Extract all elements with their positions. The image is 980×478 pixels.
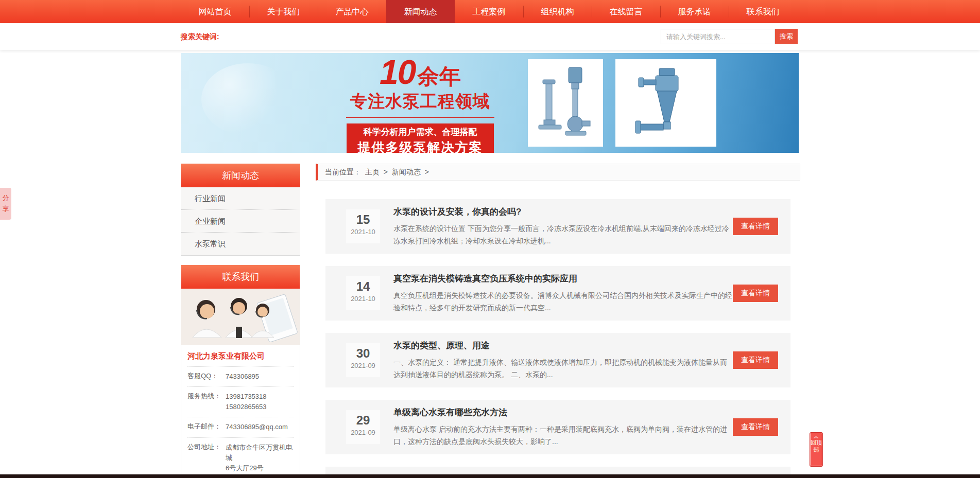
banner-text: 10 余年 专注水泵工程领域 科学分析用户需求、合理搭配 提供多级泵解决方案: [343, 55, 497, 153]
news-list-item: 15 2021-10 水泵的设计及安装，你真的会吗? 水泵在系统的设计位置 下面…: [325, 199, 790, 254]
nav-item-contact[interactable]: 联系我们: [729, 0, 797, 23]
email-label: 电子邮件：: [187, 422, 226, 432]
search-input[interactable]: [661, 29, 775, 44]
qq-value: 743306895: [226, 371, 294, 382]
news-excerpt: 真空负压机组是消失模铸造技术的必要设备。淄博众人机械有限公司结合国内外相关技术及…: [393, 289, 733, 314]
news-date-box: 29 2021-09: [346, 410, 380, 444]
menu-item-industry-news[interactable]: 行业新闻: [181, 187, 300, 210]
news-excerpt: 水泵在系统的设计位置 下面为您分享一般而言，冷冻水泵应设在冷水机组前端,从末端回…: [393, 222, 733, 247]
address-line-2: 6号大厅29号: [226, 463, 294, 473]
nav-item-cases[interactable]: 工程案例: [455, 0, 523, 23]
search-button[interactable]: 搜索: [775, 29, 798, 44]
news-title[interactable]: 真空泵在消失模铸造真空负压系统中的实际应用: [393, 273, 733, 285]
nav-item-organization[interactable]: 组织机构: [523, 0, 592, 23]
search-box: 搜索: [661, 29, 798, 44]
nav-item-message[interactable]: 在线留言: [592, 0, 660, 23]
search-keywords-label: 搜索关键词:: [181, 32, 219, 41]
news-text: 真空泵在消失模铸造真空负压系统中的实际应用 真空负压机组是消失模铸造技术的必要设…: [393, 273, 733, 314]
back-to-top-button[interactable]: ︽ 回顶部: [810, 432, 823, 467]
footer-top-edge: [0, 474, 980, 478]
news-date-box: 14 2021-10: [346, 276, 380, 310]
address-line-1: 成都市金牛区万贯机电城: [226, 442, 294, 463]
customer-service-illustration: [181, 289, 300, 345]
news-list-item: 14 2021-10 真空泵在消失模铸造真空负压系统中的实际应用 真空负压机组是…: [325, 266, 790, 321]
hero-banner[interactable]: 10 余年 专注水泵工程领域 科学分析用户需求、合理搭配 提供多级泵解决方案: [181, 53, 799, 153]
breadcrumb-separator: >: [384, 168, 388, 176]
email-value: 743306895@qq.com: [226, 422, 294, 432]
news-date-month: 2021-10: [346, 228, 380, 236]
qq-label: 客服QQ：: [187, 371, 226, 382]
nav-item-news[interactable]: 新闻动态: [386, 0, 455, 23]
news-text: 单级离心水泵有哪些充水方法 单级离心水泵 启动前的充水方法主要有两种：一种是采用…: [393, 406, 733, 448]
banner-badge: 科学分析用户需求、合理搭配 提供多级泵解决方案: [347, 123, 494, 153]
top-navigation: 网站首页 关于我们 产品中心 新闻动态 工程案例 组织机构 在线留言 服务承诺 …: [0, 0, 980, 23]
news-menu-list: 行业新闻 企业新闻 水泵常识: [181, 187, 300, 256]
news-date-month: 2021-09: [346, 429, 380, 436]
customer-service-photo: [181, 289, 300, 345]
hotline-number-1: 13981735318: [226, 392, 294, 402]
news-date-day: 30: [346, 347, 380, 360]
banner-years-number: 10: [380, 53, 415, 91]
news-title[interactable]: 水泵的设计及安装，你真的会吗?: [393, 206, 733, 218]
news-list-item: 30 2021-09 水泵的类型、原理、用途 一、水泵的定义： 通常把提升液体、…: [325, 333, 790, 387]
address-value: 成都市金牛区万贯机电城 6号大厅29号: [226, 442, 294, 473]
news-title[interactable]: 水泵的类型、原理、用途: [393, 340, 733, 351]
news-date-day: 14: [346, 280, 380, 293]
banner-badge-line2: 提供多级泵解决方案: [349, 139, 492, 153]
menu-item-company-news[interactable]: 企业新闻: [181, 210, 300, 233]
news-excerpt: 单级离心水泵 启动前的充水方法主要有两种：一种是采用装配底阀充水，底阀为单向阀，…: [393, 423, 733, 448]
banner-headline: 专注水泵工程领域: [343, 90, 497, 113]
back-to-top-label: 回顶部: [811, 439, 822, 453]
news-list-item: 29 2021-09 单级离心水泵有哪些充水方法 单级离心水泵 启动前的充水方法…: [325, 400, 790, 454]
news-date-month: 2021-09: [346, 362, 380, 369]
news-excerpt: 一、水泵的定义： 通常把提升液体、输送液体或使液体增加压力，即把原动机的机械能变…: [393, 356, 733, 381]
contact-block: 联系我们: [181, 265, 300, 478]
breadcrumb-separator: >: [425, 168, 429, 176]
double-chevron-up-icon: ︽: [810, 434, 822, 439]
nav-item-service[interactable]: 服务承诺: [660, 0, 729, 23]
contact-info: 河北力泉泵业有限公司 客服QQ： 743306895 服务热线： 1398173…: [181, 345, 300, 478]
company-name: 河北力泉泵业有限公司: [187, 345, 294, 367]
address-label: 公司地址：: [187, 442, 226, 473]
contact-row-address: 公司地址： 成都市金牛区万贯机电城 6号大厅29号: [187, 438, 294, 478]
news-text: 水泵的设计及安装，你真的会吗? 水泵在系统的设计位置 下面为您分享一般而言，冷冻…: [393, 206, 733, 247]
news-menu-title: 新闻动态: [181, 164, 300, 187]
banner-product-image-cyclone-pump: [615, 59, 716, 147]
breadcrumb-home-link[interactable]: 主页: [365, 168, 380, 176]
nav-item-products[interactable]: 产品中心: [318, 0, 386, 23]
contact-row-email: 电子邮件： 743306895@qq.com: [187, 417, 294, 437]
news-text: 水泵的类型、原理、用途 一、水泵的定义： 通常把提升液体、输送液体或使液体增加压…: [393, 340, 733, 381]
nav-list: 网站首页 关于我们 产品中心 新闻动态 工程案例 组织机构 在线留言 服务承诺 …: [181, 0, 980, 23]
breadcrumb-current-link[interactable]: 新闻动态: [392, 168, 421, 176]
contact-row-qq: 客服QQ： 743306895: [187, 367, 294, 387]
nav-item-about[interactable]: 关于我们: [249, 0, 318, 23]
banner-badge-line1: 科学分析用户需求、合理搭配: [349, 126, 492, 138]
news-title[interactable]: 单级离心水泵有哪些充水方法: [393, 406, 733, 418]
banner-product-image-vertical-pump: [528, 59, 603, 147]
news-date-day: 15: [346, 213, 380, 226]
news-date-box: 30 2021-09: [346, 343, 380, 377]
share-tab[interactable]: 分享: [0, 188, 11, 220]
view-detail-button[interactable]: 查看详情: [733, 418, 778, 436]
main-column: 当前位置： 主页 > 新闻动态 > 15 2021-10 水泵的设计及安装，你真…: [316, 164, 800, 478]
news-date-month: 2021-10: [346, 295, 380, 303]
news-list: 15 2021-10 水泵的设计及安装，你真的会吗? 水泵在系统的设计位置 下面…: [316, 199, 800, 478]
hotline-label: 服务热线：: [187, 392, 226, 412]
menu-item-pump-knowledge[interactable]: 水泵常识: [181, 233, 300, 255]
view-detail-button[interactable]: 查看详情: [733, 218, 778, 235]
contact-title: 联系我们: [181, 265, 300, 289]
hotline-value: 13981735318 15802865653: [226, 392, 294, 412]
view-detail-button[interactable]: 查看详情: [733, 285, 778, 302]
contact-row-hotline: 服务热线： 13981735318 15802865653: [187, 387, 294, 417]
view-detail-button[interactable]: 查看详情: [733, 351, 778, 369]
search-strip: 搜索关键词: 搜索: [0, 23, 980, 50]
news-date-box: 15 2021-10: [346, 209, 380, 243]
news-menu-block: 新闻动态 行业新闻 企业新闻 水泵常识: [181, 164, 300, 256]
hotline-number-2: 15802865653: [226, 402, 294, 412]
nav-item-home[interactable]: 网站首页: [181, 0, 249, 23]
cyclone-pump-illustration: [627, 64, 704, 141]
breadcrumb: 当前位置： 主页 > 新闻动态 >: [316, 164, 800, 181]
banner-divider: [346, 117, 494, 118]
news-date-day: 29: [346, 414, 380, 427]
page: 网站首页 关于我们 产品中心 新闻动态 工程案例 组织机构 在线留言 服务承诺 …: [0, 0, 980, 478]
